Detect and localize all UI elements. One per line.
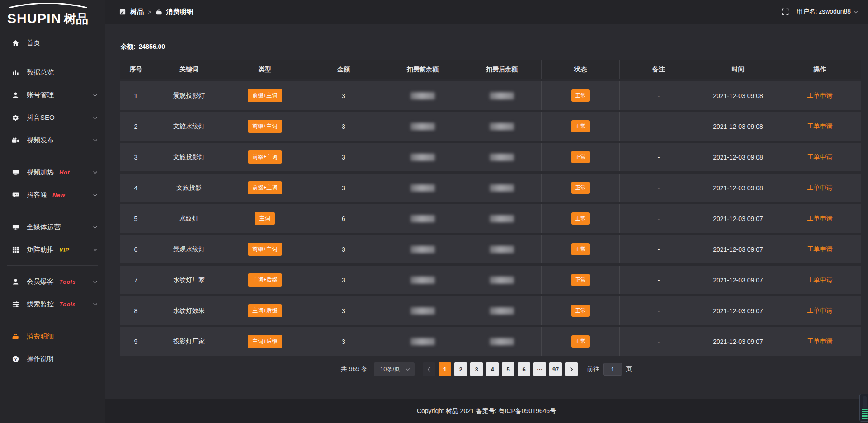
cell-balance-before	[383, 296, 462, 325]
cell-balance-after	[462, 112, 542, 141]
cell-status: 正常	[542, 81, 620, 110]
cell-balance-before	[383, 174, 462, 202]
column-header: 扣费前余额	[383, 60, 462, 79]
cell-time: 2021-12-03 09:07	[698, 204, 778, 233]
grid-icon	[11, 246, 20, 253]
sidebar-item-douyin-seo[interactable]: 抖音SEO	[0, 106, 105, 129]
ticket-request-link[interactable]: 工单申请	[807, 92, 833, 100]
cell-amount: 3	[304, 143, 383, 171]
cell-remark: -	[620, 235, 698, 263]
sidebar-item-consume-detail[interactable]: 消费明细	[0, 325, 105, 348]
ticket-request-link[interactable]: 工单申请	[807, 215, 833, 223]
table-row: 4文旅投影前缀+主词3正常-2021-12-03 09:08工单申请	[120, 174, 861, 202]
masked-balance	[410, 307, 435, 315]
masked-balance	[410, 123, 435, 130]
logo-text-en: SHUPIN	[7, 12, 61, 25]
pagination: 共 969 条 10条/页 123456···97 前往 页	[105, 362, 868, 376]
page-button-3[interactable]: 3	[470, 362, 483, 376]
sidebar-item-video-publish[interactable]: 视频发布	[0, 129, 105, 151]
total-count: 共 969 条	[341, 365, 368, 373]
sidebar-item-badge: VIP	[59, 246, 69, 253]
page-button-6[interactable]: 6	[518, 362, 530, 376]
home-icon	[11, 40, 20, 47]
status-badge: 正常	[571, 212, 590, 225]
page-button-5[interactable]: 5	[502, 362, 514, 376]
header-divider	[121, 28, 854, 28]
sidebar-item-label: 视频加热	[27, 168, 54, 177]
ticket-request-link[interactable]: 工单申请	[807, 122, 833, 131]
sidebar-divider	[7, 211, 98, 211]
sidebar-item-instructions[interactable]: ?操作说明	[0, 348, 105, 370]
sidebar-item-video-heat[interactable]: 视频加热Hot	[0, 161, 105, 183]
sidebar-item-member-burst[interactable]: 会员爆客Tools	[0, 270, 105, 293]
sidebar-item-label: 操作说明	[27, 355, 54, 363]
cell-remark: -	[620, 143, 698, 171]
page-button-4[interactable]: 4	[486, 362, 499, 376]
type-badge: 前缀+主词	[248, 89, 282, 102]
svg-text:?: ?	[14, 357, 16, 361]
next-page-button[interactable]	[565, 362, 578, 376]
cell-keyword: 文旅投影	[152, 174, 226, 202]
cell-status: 正常	[542, 235, 620, 263]
cell-type: 主词	[226, 204, 304, 233]
page-button-1[interactable]: 1	[439, 362, 451, 376]
masked-balance	[410, 277, 435, 284]
masked-balance	[410, 215, 435, 222]
ticket-request-link[interactable]: 工单申请	[807, 307, 833, 315]
column-header: 序号	[120, 60, 152, 79]
cell-remark: -	[620, 296, 698, 325]
breadcrumb-root[interactable]: 树品	[130, 8, 144, 16]
sidebar-item-home[interactable]: 首页	[0, 32, 105, 54]
ticket-request-link[interactable]: 工单申请	[807, 153, 833, 161]
type-badge: 主词	[255, 212, 275, 225]
page-size-select[interactable]: 10条/页	[374, 362, 415, 376]
sidebar-item-matrix-boost[interactable]: 矩阵助推VIP	[0, 238, 105, 261]
sidebar-item-lead-monitor[interactable]: 线索监控Tools	[0, 293, 105, 315]
type-badge: 主词+后缀	[248, 335, 282, 348]
sidebar-item-label: 账号管理	[27, 91, 54, 99]
cell-keyword: 水纹灯效果	[152, 296, 226, 325]
page-button-97[interactable]: 97	[549, 362, 562, 376]
sidebar-item-douketong[interactable]: 抖客通New	[0, 183, 105, 206]
cell-balance-before	[383, 143, 462, 171]
column-header: 类型	[226, 60, 304, 79]
gear-icon	[11, 114, 20, 121]
page-button-2[interactable]: 2	[454, 362, 467, 376]
prev-page-button[interactable]	[423, 362, 435, 376]
goto-page-input[interactable]	[603, 363, 622, 376]
sidebar-item-all-media[interactable]: 全媒体运营	[0, 216, 105, 238]
cell-action: 工单申请	[778, 81, 861, 110]
masked-balance	[410, 184, 435, 192]
sidebar-item-label: 消费明细	[27, 332, 54, 341]
chevron-down-icon	[854, 10, 858, 14]
cell-remark: -	[620, 327, 698, 356]
cell-keyword: 文旅水纹灯	[152, 112, 226, 141]
masked-balance	[490, 307, 514, 315]
chevron-down-icon	[93, 193, 98, 197]
sidebar-item-label: 抖客通	[27, 191, 47, 199]
cell-index: 9	[120, 327, 152, 356]
sidebar-item-data-overview[interactable]: 数据总览	[0, 61, 105, 84]
cell-status: 正常	[542, 296, 620, 325]
cell-action: 工单申请	[778, 143, 861, 171]
column-header: 状态	[542, 60, 620, 79]
ticket-request-link[interactable]: 工单申请	[807, 276, 833, 284]
cell-index: 5	[120, 204, 152, 233]
sidebar-item-account-manage[interactable]: 账号管理	[0, 84, 105, 106]
status-badge: 正常	[571, 89, 590, 102]
sidebar-item-label: 会员爆客	[27, 277, 54, 286]
status-badge: 正常	[571, 182, 590, 194]
consumption-table: 序号关键词类型金额扣费前余额扣费后余额状态备注时间操作 1景观投影灯前缀+主词3…	[120, 60, 861, 356]
cell-keyword: 文旅投影灯	[152, 143, 226, 171]
ticket-request-link[interactable]: 工单申请	[807, 245, 833, 254]
topbar: 树品 > 消费明细 用户名: zswodun88	[105, 0, 868, 24]
user-menu[interactable]: 用户名: zswodun88	[796, 8, 858, 16]
ticket-request-link[interactable]: 工单申请	[807, 184, 833, 192]
page-buttons: 123456···97	[423, 362, 578, 376]
cell-balance-before	[383, 112, 462, 141]
fullscreen-icon[interactable]	[782, 8, 789, 15]
more-pages-button[interactable]: ···	[533, 362, 546, 376]
type-badge: 主词+后缀	[248, 273, 282, 287]
cell-keyword: 投影灯厂家	[152, 327, 226, 356]
ticket-request-link[interactable]: 工单申请	[807, 338, 833, 346]
